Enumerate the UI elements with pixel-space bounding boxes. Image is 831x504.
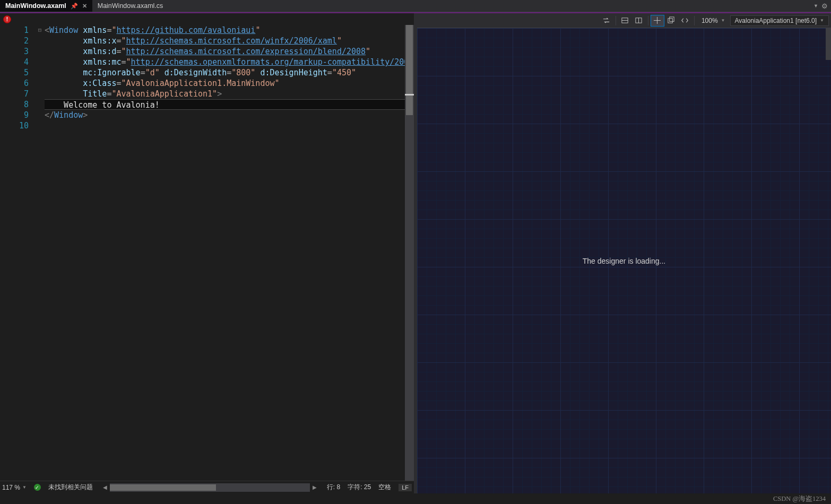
designer-loading-label: The designer is loading... bbox=[583, 257, 665, 265]
tab-label: MainWindow.axaml bbox=[5, 2, 66, 10]
xml-element: Window bbox=[49, 25, 78, 35]
designer-canvas[interactable]: The designer is loading... bbox=[417, 28, 831, 493]
pin-icon[interactable]: 📌 bbox=[71, 3, 78, 10]
tab-mainwindow-axaml-cs[interactable]: MainWindow.axaml.cs bbox=[92, 0, 169, 12]
main-area: ! 1 2 3 4 5 6 7 8 9 10 ⊟ <Window xmlns="… bbox=[0, 13, 831, 493]
scrollbar-stub bbox=[826, 28, 831, 60]
designer-toolbar: 100% ▼ AvaloniaApplication1 [net6.0] ▼ bbox=[417, 13, 831, 28]
tab-label: MainWindow.axaml.cs bbox=[98, 2, 163, 10]
watermark-label: CSDN @海盗1234 bbox=[773, 494, 826, 503]
cursor-char[interactable]: 字符: 25 bbox=[348, 483, 371, 492]
tab-bar-right: ▼ ⚙ bbox=[813, 2, 831, 10]
overflow-icon[interactable]: ▼ bbox=[813, 3, 818, 8]
error-indicator-icon[interactable]: ! bbox=[3, 15, 11, 23]
xml-attr: Title bbox=[83, 89, 107, 99]
designer-pane: 100% ▼ AvaloniaApplication1 [net6.0] ▼ T… bbox=[417, 13, 831, 493]
xml-attr: xmlns bbox=[83, 25, 107, 35]
xml-url[interactable]: http://schemas.microsoft.com/winfx/2006/… bbox=[126, 36, 337, 46]
line-no: 1 bbox=[0, 25, 29, 36]
project-target-selector[interactable]: AvaloniaApplication1 [net6.0] ▼ bbox=[730, 15, 829, 26]
xml-url[interactable]: http://schemas.microsoft.com/expression/… bbox=[126, 47, 366, 56]
tab-mainwindow-axaml[interactable]: MainWindow.axaml 📌 ✕ bbox=[0, 0, 92, 12]
line-no: 6 bbox=[0, 78, 29, 89]
cursor-line[interactable]: 行: 8 bbox=[327, 483, 340, 492]
xml-attr: d:DesignHeight bbox=[260, 68, 327, 77]
code-editor[interactable]: 1 2 3 4 5 6 7 8 9 10 ⊟ <Window xmlns="ht… bbox=[0, 25, 414, 481]
eol-mode[interactable]: LF bbox=[399, 484, 412, 491]
xml-attr: xmlns:d bbox=[83, 47, 116, 56]
project-label: AvaloniaApplication1 [net6.0] bbox=[735, 17, 817, 24]
line-no: 5 bbox=[0, 67, 29, 78]
xml-url[interactable]: http://schemas.openxmlformats.org/markup… bbox=[131, 57, 414, 67]
line-no: 2 bbox=[0, 36, 29, 46]
scrollbar-marker bbox=[405, 94, 414, 95]
horizontal-scrollbar[interactable]: ◀ ▶ bbox=[100, 483, 319, 492]
designer-zoom-selector[interactable]: 100% ▼ bbox=[697, 15, 730, 26]
scroll-left-icon[interactable]: ◀ bbox=[100, 484, 110, 490]
split-vertical-icon[interactable] bbox=[632, 15, 646, 27]
svg-rect-7 bbox=[670, 17, 674, 21]
popout-icon[interactable] bbox=[664, 15, 678, 27]
status-ok-icon[interactable]: ✓ bbox=[34, 484, 41, 491]
tab-bar: MainWindow.axaml 📌 ✕ MainWindow.axaml.cs… bbox=[0, 0, 831, 12]
code-view-icon[interactable] bbox=[678, 15, 692, 27]
chevron-down-icon: ▼ bbox=[721, 18, 725, 23]
line-no: 10 bbox=[0, 120, 29, 131]
fold-toggle-icon[interactable]: ⊟ bbox=[35, 25, 45, 36]
chevron-down-icon[interactable]: ▼ bbox=[22, 485, 27, 490]
pointer-mode-icon[interactable] bbox=[651, 15, 664, 27]
indent-mode[interactable]: 空格 bbox=[378, 483, 391, 492]
code-body[interactable]: <Window xmlns="https://github.com/avalon… bbox=[45, 25, 414, 481]
line-no: 4 bbox=[0, 57, 29, 67]
error-margin-row: ! bbox=[0, 13, 414, 25]
chevron-down-icon: ▼ bbox=[820, 18, 824, 23]
xml-url[interactable]: https://github.com/avaloniaui bbox=[116, 25, 255, 35]
line-no: 3 bbox=[0, 46, 29, 57]
xml-attr: x:Class bbox=[83, 79, 116, 88]
xml-element: Window bbox=[54, 110, 83, 120]
line-no: 8 bbox=[0, 99, 29, 110]
window-statusbar: CSDN @海盗1234 bbox=[0, 493, 831, 504]
scroll-right-icon[interactable]: ▶ bbox=[310, 484, 319, 490]
xml-attr: mc:Ignorable bbox=[83, 68, 140, 77]
gear-icon[interactable]: ⚙ bbox=[821, 2, 828, 10]
editor-pane: ! 1 2 3 4 5 6 7 8 9 10 ⊟ <Window xmlns="… bbox=[0, 13, 414, 493]
scrollbar-thumb[interactable] bbox=[406, 25, 413, 115]
fold-gutter: ⊟ bbox=[35, 25, 45, 481]
vertical-scrollbar[interactable] bbox=[405, 25, 414, 481]
editor-statusbar: 117 % ▼ ✓ 未找到相关问题 ◀ ▶ 行: 8 字符: 25 空格 LF bbox=[0, 481, 414, 493]
editor-zoom[interactable]: 117 % ▼ bbox=[2, 484, 27, 491]
zoom-label: 117 % bbox=[2, 484, 20, 491]
xml-attr: d:DesignWidth bbox=[165, 68, 227, 77]
line-no: 7 bbox=[0, 89, 29, 99]
swap-panes-icon[interactable] bbox=[600, 15, 613, 27]
issues-label[interactable]: 未找到相关问题 bbox=[48, 483, 93, 492]
line-number-gutter: 1 2 3 4 5 6 7 8 9 10 bbox=[0, 25, 35, 481]
line-no: 9 bbox=[0, 110, 29, 120]
svg-rect-6 bbox=[668, 19, 672, 23]
xml-attr: xmlns:x bbox=[83, 36, 116, 46]
close-icon[interactable]: ✕ bbox=[82, 3, 87, 10]
split-horizontal-icon[interactable] bbox=[618, 15, 632, 27]
xml-attr: xmlns:mc bbox=[83, 57, 121, 67]
zoom-value: 100% bbox=[702, 17, 718, 24]
current-line: Welcome to Avalonia! bbox=[45, 99, 414, 110]
scrollbar-thumb[interactable] bbox=[110, 484, 216, 491]
